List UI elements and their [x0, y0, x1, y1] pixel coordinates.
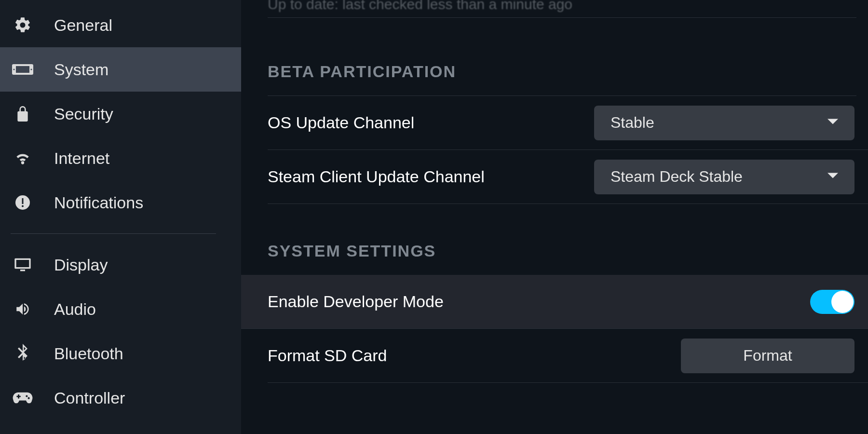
settings-sidebar: General System Security Internet Notific — [0, 0, 241, 434]
row-label: Steam Client Update Channel — [268, 167, 485, 186]
svg-point-2 — [14, 69, 15, 70]
bluetooth-icon — [11, 344, 35, 363]
sidebar-item-general[interactable]: General — [0, 3, 241, 47]
lock-icon — [11, 105, 35, 123]
sidebar-item-internet[interactable]: Internet — [0, 136, 241, 180]
sidebar-item-notifications[interactable]: Notifications — [0, 180, 241, 225]
sidebar-item-label: System — [54, 60, 108, 79]
divider — [268, 17, 856, 18]
sidebar-item-label: Notifications — [54, 193, 143, 212]
sidebar-item-system[interactable]: System — [0, 47, 241, 92]
sidebar-item-display[interactable]: Display — [0, 243, 241, 287]
row-developer-mode: Enable Developer Mode — [241, 275, 868, 329]
update-status-text: Up to date: last checked less than a min… — [268, 0, 868, 17]
svg-rect-5 — [22, 198, 24, 204]
sidebar-item-security[interactable]: Security — [0, 92, 241, 136]
row-label: Format SD Card — [268, 346, 387, 365]
sidebar-item-label: Controller — [54, 389, 125, 407]
row-os-update-channel: OS Update Channel Stable — [268, 96, 868, 150]
svg-point-6 — [22, 205, 24, 207]
device-icon — [11, 62, 35, 77]
sidebar-item-label: Audio — [54, 300, 96, 319]
button-label: Format — [743, 347, 792, 365]
settings-content: Up to date: last checked less than a min… — [241, 0, 868, 434]
sidebar-item-audio[interactable]: Audio — [0, 287, 241, 331]
sidebar-item-label: Internet — [54, 149, 109, 168]
settings-app: General System Security Internet Notific — [0, 0, 868, 434]
sidebar-divider — [11, 233, 216, 234]
dropdown-value: Stable — [610, 114, 654, 132]
gear-icon — [11, 16, 35, 34]
gamepad-icon — [11, 391, 35, 405]
svg-rect-8 — [16, 260, 29, 267]
row-client-update-channel: Steam Client Update Channel Steam Deck S… — [268, 150, 868, 204]
dropdown-os-channel[interactable]: Stable — [594, 106, 854, 140]
sidebar-item-label: General — [54, 16, 112, 35]
section-header-system-settings: SYSTEM SETTINGS — [268, 242, 868, 260]
format-button[interactable]: Format — [681, 339, 854, 373]
sidebar-item-bluetooth[interactable]: Bluetooth — [0, 331, 241, 376]
svg-rect-1 — [16, 66, 29, 73]
sidebar-item-label: Security — [54, 105, 113, 123]
chevron-down-icon — [827, 173, 838, 181]
toggle-developer-mode[interactable] — [810, 290, 854, 314]
svg-rect-9 — [20, 270, 25, 271]
monitor-icon — [11, 257, 35, 273]
alert-icon — [11, 194, 35, 211]
section-header-beta: BETA PARTICIPATION — [268, 62, 868, 81]
sidebar-item-controller[interactable]: Controller — [0, 376, 241, 420]
row-label: Enable Developer Mode — [268, 292, 444, 311]
chevron-down-icon — [827, 119, 838, 127]
row-label: OS Update Channel — [268, 113, 414, 132]
dropdown-client-channel[interactable]: Steam Deck Stable — [594, 160, 854, 194]
row-format-sd: Format SD Card Format — [268, 329, 868, 383]
sidebar-item-label: Display — [54, 256, 108, 274]
dropdown-value: Steam Deck Stable — [610, 168, 743, 186]
speaker-icon — [11, 301, 35, 317]
svg-point-3 — [31, 69, 32, 70]
wifi-icon — [11, 149, 35, 167]
sidebar-item-label: Bluetooth — [54, 344, 123, 363]
